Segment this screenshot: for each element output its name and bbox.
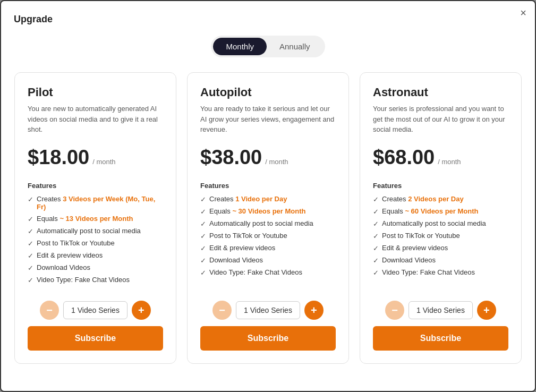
feature-item-astronaut-4: ✓Edit & preview videos: [373, 244, 508, 252]
check-icon: ✓: [28, 276, 33, 284]
feature-text-pilot-3: Post to TikTok or Youtube: [37, 239, 115, 247]
upgrade-modal: Upgrade × Monthly Annually PilotYou are …: [0, 0, 536, 392]
series-plus-astronaut[interactable]: +: [477, 301, 496, 320]
check-icon: ✓: [200, 257, 206, 265]
subscribe-button-astronaut[interactable]: Subscribe: [373, 326, 508, 351]
check-icon: ✓: [28, 195, 33, 203]
feature-item-pilot-2: ✓Automatically post to social media: [28, 227, 163, 235]
price-amount-autopilot: $38.00: [200, 146, 262, 169]
series-minus-pilot[interactable]: −: [40, 301, 59, 320]
feature-text-pilot-2: Automatically post to social media: [37, 227, 141, 235]
feature-item-autopilot-2: ✓Automatically post to social media: [200, 219, 336, 228]
feature-highlight-astronaut-1: ~ 60 Videos per Month: [405, 207, 478, 215]
check-icon: ✓: [200, 220, 206, 228]
check-icon: ✓: [200, 195, 206, 203]
feature-text-astronaut-0: Creates 2 Videos per Day: [382, 195, 464, 203]
check-icon: ✓: [28, 240, 33, 248]
check-icon: ✓: [200, 269, 206, 277]
features-list-autopilot: ✓Creates 1 Video per Day✓Equals ~ 30 Vid…: [200, 195, 336, 288]
subscribe-button-pilot[interactable]: Subscribe: [28, 326, 163, 351]
series-plus-autopilot[interactable]: +: [304, 301, 324, 320]
feature-text-astronaut-5: Download Videos: [382, 256, 436, 264]
feature-text-astronaut-2: Automatically post to social media: [382, 219, 486, 227]
feature-text-astronaut-4: Edit & preview videos: [382, 244, 448, 252]
feature-highlight-autopilot-0: 1 Video per Day: [235, 195, 287, 203]
plan-desc-pilot: You are new to automatically generated A…: [28, 104, 163, 135]
feature-text-pilot-4: Edit & preview videos: [37, 251, 103, 259]
feature-item-autopilot-3: ✓Post to TikTok or Youtube: [200, 232, 336, 240]
series-selector-pilot: −1 Video Series+: [28, 301, 163, 320]
feature-highlight-autopilot-1: ~ 30 Videos per Month: [232, 207, 305, 215]
feature-highlight-pilot-0: 3 Videos per Week (Mo, Tue, Fr): [37, 195, 155, 211]
check-icon: ✓: [28, 227, 33, 235]
feature-text-autopilot-3: Post to TikTok or Youtube: [209, 232, 287, 240]
feature-item-astronaut-2: ✓Automatically post to social media: [373, 219, 508, 228]
feature-highlight-astronaut-0: 2 Videos per Day: [408, 195, 464, 203]
feature-text-autopilot-1: Equals ~ 30 Videos per Month: [209, 207, 305, 215]
plan-card-pilot: PilotYou are new to automatically genera…: [14, 72, 176, 364]
series-selector-astronaut: −1 Video Series+: [373, 301, 508, 320]
plan-name-autopilot: Autopilot: [200, 86, 336, 99]
feature-text-astronaut-6: Video Type: Fake Chat Videos: [382, 268, 475, 276]
feature-item-autopilot-1: ✓Equals ~ 30 Videos per Month: [200, 207, 336, 216]
feature-item-astronaut-1: ✓Equals ~ 60 Videos per Month: [373, 207, 508, 216]
feature-highlight-pilot-1: ~ 13 Videos per Month: [59, 215, 133, 223]
price-period-autopilot: / month: [265, 158, 288, 166]
feature-item-autopilot-6: ✓Video Type: Fake Chat Videos: [200, 268, 336, 277]
plans-container: PilotYou are new to automatically genera…: [14, 72, 522, 364]
subscribe-button-autopilot[interactable]: Subscribe: [200, 326, 336, 351]
series-display-astronaut: 1 Video Series: [409, 301, 473, 319]
feature-text-autopilot-5: Download Videos: [209, 256, 263, 264]
plan-card-autopilot: AutopilotYou are ready to take it seriou…: [187, 72, 349, 364]
price-period-pilot: / month: [92, 158, 115, 166]
feature-text-autopilot-2: Automatically post to social media: [209, 219, 313, 227]
plan-desc-autopilot: You are ready to take it serious and let…: [200, 104, 336, 135]
feature-text-autopilot-6: Video Type: Fake Chat Videos: [209, 268, 302, 276]
feature-item-autopilot-0: ✓Creates 1 Video per Day: [200, 195, 336, 203]
feature-text-pilot-6: Video Type: Fake Chat Videos: [37, 276, 130, 284]
features-label-astronaut: Features: [373, 182, 508, 190]
check-icon: ✓: [28, 252, 33, 260]
check-icon: ✓: [373, 195, 379, 203]
check-icon: ✓: [200, 244, 206, 252]
feature-text-astronaut-3: Post to TikTok or Youtube: [382, 232, 460, 240]
plan-desc-astronaut: Your series is professional and you want…: [373, 104, 508, 135]
plan-card-astronaut: AstronautYour series is professional and…: [360, 72, 522, 364]
feature-item-astronaut-3: ✓Post to TikTok or Youtube: [373, 232, 508, 240]
series-display-autopilot: 1 Video Series: [236, 301, 300, 319]
feature-item-autopilot-5: ✓Download Videos: [200, 256, 336, 265]
price-amount-pilot: $18.00: [28, 146, 89, 169]
feature-item-astronaut-5: ✓Download Videos: [373, 256, 508, 265]
price-row-autopilot: $38.00/ month: [200, 146, 336, 169]
features-label-autopilot: Features: [200, 182, 336, 190]
feature-text-pilot-1: Equals ~ 13 Videos per Month: [37, 215, 133, 223]
features-list-astronaut: ✓Creates 2 Videos per Day✓Equals ~ 60 Vi…: [373, 195, 508, 288]
series-minus-autopilot[interactable]: −: [212, 301, 232, 320]
feature-item-pilot-3: ✓Post to TikTok or Youtube: [28, 239, 163, 248]
series-selector-autopilot: −1 Video Series+: [200, 301, 336, 320]
close-button[interactable]: ×: [520, 7, 526, 18]
series-plus-pilot[interactable]: +: [132, 301, 151, 320]
check-icon: ✓: [28, 264, 33, 272]
price-amount-astronaut: $68.00: [373, 146, 435, 169]
series-minus-astronaut[interactable]: −: [385, 301, 404, 320]
check-icon: ✓: [373, 208, 379, 216]
monthly-toggle[interactable]: Monthly: [213, 38, 267, 55]
annually-toggle[interactable]: Annually: [267, 38, 323, 55]
plan-name-astronaut: Astronaut: [373, 86, 508, 99]
check-icon: ✓: [373, 257, 379, 265]
feature-item-pilot-0: ✓Creates 3 Videos per Week (Mo, Tue, Fr): [28, 195, 163, 211]
feature-item-autopilot-4: ✓Edit & preview videos: [200, 244, 336, 252]
feature-item-pilot-1: ✓Equals ~ 13 Videos per Month: [28, 215, 163, 223]
check-icon: ✓: [200, 232, 206, 240]
feature-item-pilot-4: ✓Edit & preview videos: [28, 251, 163, 260]
billing-toggle-container: Monthly Annually: [14, 36, 522, 57]
feature-text-pilot-0: Creates 3 Videos per Week (Mo, Tue, Fr): [37, 195, 163, 211]
features-list-pilot: ✓Creates 3 Videos per Week (Mo, Tue, Fr)…: [28, 195, 163, 288]
price-period-astronaut: / month: [438, 158, 461, 166]
feature-text-astronaut-1: Equals ~ 60 Videos per Month: [382, 207, 478, 215]
price-row-pilot: $18.00/ month: [28, 146, 163, 169]
features-label-pilot: Features: [28, 182, 163, 190]
feature-text-autopilot-4: Edit & preview videos: [209, 244, 275, 252]
check-icon: ✓: [373, 232, 379, 240]
